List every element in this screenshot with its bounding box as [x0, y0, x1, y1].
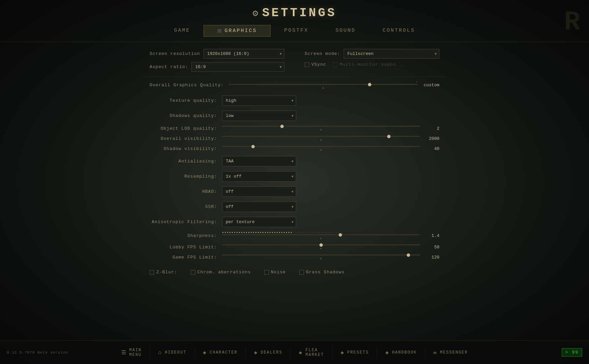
screen-mode-row: Screen mode: Fullscreen ▼: [305, 49, 439, 59]
shadows-quality-row: Shadows quality: low ▼: [143, 111, 446, 121]
game-fps-control: ▲ 120: [222, 254, 439, 260]
chrom-aberrations-checkbox[interactable]: [191, 270, 195, 275]
texture-quality-select[interactable]: high: [222, 95, 296, 106]
aspect-ratio-select[interactable]: 16:9: [191, 62, 284, 72]
shadow-visibility-control: ▲ 40: [222, 146, 439, 151]
screen-mode-select[interactable]: Fullscreen: [344, 49, 439, 59]
overall-visibility-value: 2000: [423, 136, 439, 141]
lobby-fps-up-indicator: ▲: [222, 247, 420, 250]
game-fps-slider-container: ▲: [222, 254, 420, 260]
settings-content: Screen resolution 1920x1080 (16:9) ▼ Asp…: [0, 42, 589, 340]
shadows-quality-select[interactable]: low: [222, 111, 296, 121]
nav-hideout[interactable]: ⌂ HIDEOUT: [150, 347, 195, 358]
lobby-fps-value: 50: [423, 245, 439, 250]
nav-main-menu-label: MAIN MENU: [129, 348, 142, 357]
overall-quality-up-indicator: ▲: [229, 86, 417, 89]
tab-game[interactable]: GAME: [160, 25, 204, 37]
vsync-multi-row: VSync Multi-monitor suppo...: [305, 62, 439, 67]
antialiasing-row: Antialiasing: TAA ▼: [143, 156, 446, 166]
nav-flea-market-label: FLEA MARKET: [306, 348, 324, 357]
anisotropic-row: Anisotropic Filtering: per texture ▼: [143, 217, 446, 227]
overall-quality-slider[interactable]: [229, 84, 417, 85]
multi-monitor-checkbox: [333, 62, 338, 67]
tab-graphics[interactable]: GRAPHICS: [204, 25, 271, 37]
object-lod-control: ▲ 2: [222, 126, 439, 131]
grass-shadows-label: Grass Shadows: [306, 270, 344, 275]
ssr-select[interactable]: off: [222, 202, 296, 212]
lobby-fps-slider[interactable]: [222, 244, 420, 245]
nav-handbook-label: HANDBOOK: [392, 350, 417, 355]
lobby-fps-slider-container: ▲: [222, 244, 420, 250]
vsync-checkbox[interactable]: [305, 62, 309, 67]
game-fps-slider[interactable]: [222, 254, 420, 255]
screen-resolution-wrapper: 1920x1080 (16:9) ▼: [204, 49, 284, 59]
nav-dealers-label: DEALERS: [260, 350, 282, 355]
z-blur-checkbox-item[interactable]: Z-Blur:: [150, 270, 177, 275]
object-lod-slider-container: ▲: [222, 126, 420, 131]
texture-quality-label: Texture quality:: [150, 98, 217, 103]
resampling-control: 1x off ▼: [222, 171, 439, 182]
handbook-icon: ◈: [385, 349, 390, 356]
grass-shadows-checkbox-item[interactable]: Grass Shadows: [299, 270, 344, 275]
sharpness-up-indicator: ▲: [222, 237, 420, 240]
nav-dealers[interactable]: ◈ DEALERS: [246, 346, 291, 359]
game-fps-row: Game FPS Limit: ▲ 120: [143, 254, 446, 260]
screen-resolution-select[interactable]: 1920x1080 (16:9): [204, 49, 284, 59]
nav-flea-market[interactable]: ◈ FLEA MARKET: [291, 345, 333, 360]
tab-sound[interactable]: SOUND: [322, 25, 369, 37]
lobby-fps-row: Lobby FPS Limit: ▲ 50: [143, 244, 446, 250]
z-blur-checkbox[interactable]: [150, 270, 154, 275]
page-title: SETTINGS: [262, 6, 337, 20]
sharpness-slider[interactable]: [222, 234, 420, 235]
grass-shadows-checkbox[interactable]: [299, 270, 304, 275]
aspect-ratio-wrapper: 16:9 ▼: [191, 62, 284, 72]
nav-messenger-label: MESSENGER: [440, 350, 468, 355]
hbao-select[interactable]: off: [222, 186, 296, 197]
resampling-select[interactable]: 1x off: [222, 171, 296, 182]
ssr-label: SSR:: [150, 204, 217, 209]
screen-resolution-label: Screen resolution: [150, 51, 200, 56]
noise-checkbox-item[interactable]: Noise: [264, 270, 286, 275]
anisotropic-select[interactable]: per texture: [222, 217, 296, 227]
overall-visibility-up-indicator: ▲: [222, 138, 420, 141]
overall-quality-slider-container: • • • • • ▲: [229, 81, 417, 89]
tab-postfx[interactable]: POSTFX: [271, 25, 322, 37]
logo-r: R: [555, 0, 589, 44]
antialiasing-dropdown-wrapper: TAA ▼: [222, 156, 296, 166]
overall-visibility-slider[interactable]: [222, 136, 420, 137]
divider-top: [143, 77, 446, 77]
chrom-aberrations-checkbox-item[interactable]: Chrom. aberrations: [191, 270, 251, 275]
anisotropic-control: per texture ▼: [222, 217, 439, 227]
antialiasing-control: TAA ▼: [222, 156, 439, 166]
hbao-dropdown-wrapper: off ▼: [222, 186, 296, 197]
noise-label: Noise: [271, 270, 286, 275]
resampling-row: Resampling: 1x off ▼: [143, 171, 446, 182]
bottom-bar: 0.12.5.7070 Beta version ☰ MAIN MENU ⌂ H…: [0, 340, 589, 364]
nav-presets[interactable]: ◈ PRESETS: [333, 346, 377, 359]
hbao-row: HBAO: off ▼: [143, 186, 446, 197]
screen-mode-label: Screen mode:: [305, 51, 340, 56]
nav-main-menu[interactable]: ☰ MAIN MENU: [113, 345, 150, 360]
tab-controls[interactable]: CONTROLS: [369, 25, 429, 37]
noise-checkbox[interactable]: [264, 270, 269, 275]
antialiasing-select[interactable]: TAA: [222, 156, 296, 166]
object-lod-slider[interactable]: [222, 126, 420, 127]
right-icons: > 99: [562, 348, 582, 357]
vsync-checkbox-item[interactable]: VSync: [305, 62, 326, 67]
header: ⚙ SETTINGS: [0, 0, 589, 23]
texture-quality-control: high ▼: [222, 95, 439, 106]
nav-tabs: GAME GRAPHICS POSTFX SOUND CONTROLS: [0, 23, 589, 42]
object-lod-label: Object LOD quality:: [150, 126, 217, 131]
shadow-visibility-slider[interactable]: [222, 146, 420, 147]
overall-quality-value: custom: [423, 83, 439, 88]
fps-counter: > 99: [562, 348, 582, 357]
shadow-visibility-value: 40: [423, 146, 439, 151]
bottom-checkboxes: Z-Blur: Chrom. aberrations Noise Grass S…: [143, 265, 446, 280]
settings-gear-icon: ⚙: [252, 7, 258, 19]
nav-character[interactable]: ◈ CHARACTER: [195, 346, 246, 359]
sharpness-label: Sharpness:: [150, 233, 217, 238]
hbao-label: HBAO:: [150, 189, 217, 194]
nav-messenger[interactable]: ✉ MESSENGER: [425, 346, 476, 359]
nav-handbook[interactable]: ◈ HANDBOOK: [377, 346, 425, 359]
overall-visibility-control: ▲ 2000: [222, 136, 439, 141]
